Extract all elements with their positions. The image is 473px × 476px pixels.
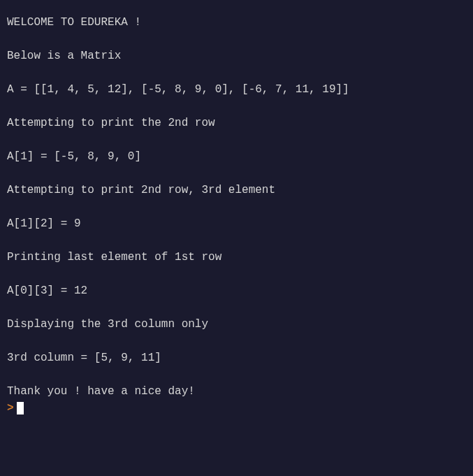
output-line-row2-out: A[1] = [-5, 8, 9, 0] — [7, 148, 466, 165]
prompt-icon: > — [7, 400, 14, 417]
output-line-attempt-row2: Attempting to print the 2nd row — [7, 115, 466, 131]
output-line-welcome: WELCOME TO EDUREKA ! — [7, 14, 466, 31]
output-line-below: Below is a Matrix — [7, 48, 466, 64]
output-line-col3-out: 3rd column = [5, 9, 11] — [7, 349, 466, 366]
output-line-last-elem-out: A[0][3] = 12 — [7, 282, 466, 299]
prompt-line[interactable]: > — [7, 400, 466, 417]
output-line-matrix-def: A = [[1, 4, 5, 12], [-5, 8, 9, 0], [-6, … — [7, 81, 466, 98]
output-line-thanks: Thank you ! have a nice day! — [7, 383, 466, 400]
output-line-print-last-elem: Printing last element of 1st row — [7, 249, 466, 266]
output-line-attempt-row2-elem3: Attempting to print 2nd row, 3rd element — [7, 182, 466, 199]
output-line-row2-elem3-out: A[1][2] = 9 — [7, 215, 466, 232]
output-line-display-col3: Displaying the 3rd column only — [7, 316, 466, 333]
cursor-icon — [17, 402, 24, 414]
